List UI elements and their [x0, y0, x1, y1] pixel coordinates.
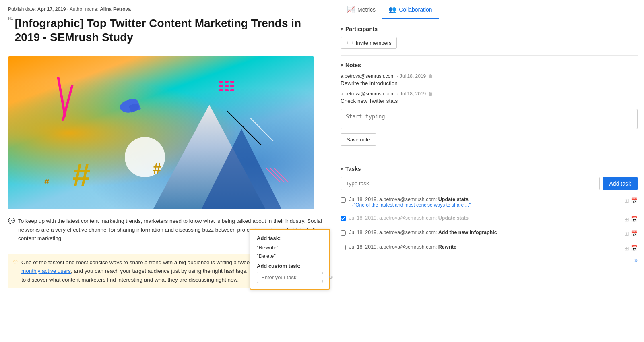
task-1-date: Jul 18, 2019, a.petrova@semrush.com:: [349, 197, 438, 202]
task-3-email: petrova@semrush.com:: [383, 230, 438, 235]
see-more-container: »: [341, 257, 638, 263]
task-3-columns-icon[interactable]: ⊞: [624, 230, 629, 237]
note-1-meta: a.petrova@semrush.com · Jul 18, 2019 🗑: [341, 73, 638, 79]
publish-label: Publish date:: [8, 6, 36, 12]
left-panel: Publish date: Apr 17, 2019 · Author name…: [0, 0, 334, 342]
task-4-name: Rewrite: [438, 244, 456, 250]
hero-image: # # #: [8, 56, 314, 209]
task-3-name: Add the new infographic: [438, 230, 497, 235]
task-2-columns-icon[interactable]: ⊞: [624, 216, 629, 222]
task-2-actions: ⊞ 📅: [624, 216, 638, 222]
note-item-1: a.petrova@semrush.com · Jul 18, 2019 🗑 R…: [341, 73, 638, 86]
task-1-meta: Jul 18, 2019, a.petrova@semrush.com: Upd…: [349, 197, 621, 202]
task-2-content: Jul 18, 2019, a.petrova@semrush.com: Upd…: [349, 215, 621, 221]
hashtag-small: #: [153, 160, 161, 177]
task-item-4: Jul 18, 2019, a.petrova@semrush.com: Rew…: [341, 243, 638, 253]
task-item-1: Jul 18, 2019, a.petrova@semrush.com: Upd…: [341, 195, 638, 209]
popup-add-task-label: Add task:: [257, 235, 323, 241]
note-2-date: · Jul 18, 2019: [397, 91, 426, 97]
publish-date: Apr 17, 2019: [37, 6, 66, 12]
note-input[interactable]: [341, 109, 638, 129]
heart-icon: ♡: [13, 259, 18, 265]
popup-option-delete[interactable]: "Delete": [257, 253, 323, 259]
invite-members-button[interactable]: + + Invite members: [341, 37, 397, 49]
meta-line: Publish date: Apr 17, 2019 · Author name…: [8, 6, 326, 12]
task-2-calendar-icon[interactable]: 📅: [631, 216, 638, 222]
tasks-label: Tasks: [345, 166, 361, 172]
popup-option-rewrite[interactable]: "Rewrite": [257, 245, 323, 251]
task-2-name: Update stats: [438, 215, 469, 221]
task-1-content: Jul 18, 2019, a.petrova@semrush.com: Upd…: [349, 197, 621, 208]
task-3-date: Jul 18, 2019, a.: [349, 230, 383, 235]
add-task-popup: Add task: "Rewrite" "Delete" Add custom …: [250, 229, 330, 290]
task-2-checkbox[interactable]: [341, 216, 346, 221]
note-1-delete-icon[interactable]: 🗑: [428, 73, 433, 79]
invite-button-label: + Invite members: [351, 40, 392, 46]
note-item-2: a.petrova@semrush.com · Jul 18, 2019 🗑 C…: [341, 91, 638, 104]
participants-label: Participants: [345, 26, 378, 32]
tab-metrics-label: Metrics: [357, 6, 376, 13]
add-task-label: Add task: [609, 180, 631, 187]
task-3-actions: ⊞ 📅: [624, 230, 638, 237]
task-2-meta: Jul 18, 2019, a.petrova@semrush.com: Upd…: [349, 215, 621, 221]
task-1-calendar-icon[interactable]: 📅: [631, 197, 638, 204]
task-3-checkbox[interactable]: [341, 230, 346, 236]
h1-label: H1: [8, 16, 13, 21]
task-4-meta: Jul 18, 2019, a.petrova@semrush.com: Rew…: [349, 244, 621, 250]
task-1-actions: ⊞ 📅: [624, 197, 638, 204]
diagonal-lines: [273, 165, 282, 185]
separator: ·: [67, 6, 68, 12]
note-1-text: Rewrite the introduction: [341, 80, 638, 86]
task-input-field[interactable]: [341, 177, 600, 190]
task-3-calendar-icon[interactable]: 📅: [631, 230, 638, 237]
task-1-checkbox[interactable]: [341, 197, 346, 203]
save-note-label: Save note: [347, 137, 370, 143]
notes-section-header[interactable]: ▾ Notes: [341, 62, 638, 68]
tab-metrics[interactable]: 📈 Metrics: [341, 0, 382, 19]
task-item-3: Jul 18, 2019, a.petrova@semrush.com: Add…: [341, 228, 638, 238]
participants-divider: [341, 55, 638, 56]
tab-collaboration-label: Collaboration: [399, 6, 432, 13]
task-4-columns-icon[interactable]: ⊞: [624, 245, 629, 251]
notes-divider: [341, 159, 638, 159]
right-panel: 📈 Metrics 👥 Collaboration ▾ Participants…: [334, 0, 644, 342]
task-4-actions: ⊞ 📅: [624, 245, 638, 251]
task-4-checkbox[interactable]: [341, 245, 346, 250]
collaboration-icon: 👥: [388, 6, 396, 13]
participants-section-header[interactable]: ▾ Participants: [341, 26, 638, 32]
popup-custom-label: Add custom task:: [257, 263, 323, 269]
task-3-meta: Jul 18, 2019, a.petrova@semrush.com: Add…: [349, 230, 621, 235]
add-task-button[interactable]: Add task: [603, 177, 638, 190]
author-label: Author name:: [70, 6, 99, 12]
hashtag-xs: #: [44, 177, 49, 187]
task-1-link[interactable]: →"One of the fastest and most concise wa…: [349, 202, 621, 208]
task-4-content: Jul 18, 2019, a.petrova@semrush.com: Rew…: [349, 244, 621, 250]
task-4-email: petrova@semrush.com:: [383, 244, 438, 250]
save-note-button[interactable]: Save note: [341, 133, 376, 146]
collaboration-content: ▾ Participants + + Invite members ▾ Note…: [334, 19, 644, 270]
note-2-text: Check new Twitter stats: [341, 98, 638, 104]
popup-custom-input-wrapper: ⟳: [257, 272, 323, 283]
see-more-link[interactable]: »: [634, 257, 638, 263]
popup-search-icon[interactable]: ⟳: [329, 274, 333, 280]
task-4-calendar-icon[interactable]: 📅: [631, 245, 638, 251]
note-1-date: · Jul 18, 2019: [397, 73, 426, 79]
task-3-content: Jul 18, 2019, a.petrova@semrush.com: Add…: [349, 230, 621, 235]
invite-plus-icon: +: [346, 40, 349, 46]
task-1-name: Update stats: [438, 197, 469, 202]
task-2-date: Jul 18, 2019, a.petrova@semrush.com:: [349, 215, 438, 221]
note-2-email: a.petrova@semrush.com: [341, 91, 394, 97]
participants-chevron: ▾: [341, 26, 343, 32]
task-1-columns-icon[interactable]: ⊞: [624, 197, 629, 204]
task-4-date: Jul 18, 2019, a.: [349, 244, 383, 250]
tasks-section-header[interactable]: ▾ Tasks: [341, 166, 638, 172]
note-1-email: a.petrova@semrush.com: [341, 73, 394, 79]
popup-custom-task-input[interactable]: [261, 274, 329, 280]
body-paragraph-2-before: One of the fastest and most concise ways…: [21, 259, 277, 265]
note-2-meta: a.petrova@semrush.com · Jul 18, 2019 🗑: [341, 91, 638, 97]
comment-icon-1: 💬: [8, 218, 15, 224]
tab-collaboration[interactable]: 👥 Collaboration: [382, 0, 439, 19]
note-2-delete-icon[interactable]: 🗑: [428, 91, 433, 97]
task-item-2: Jul 18, 2019, a.petrova@semrush.com: Upd…: [341, 213, 638, 224]
author-name: Alina Petrova: [100, 6, 131, 12]
